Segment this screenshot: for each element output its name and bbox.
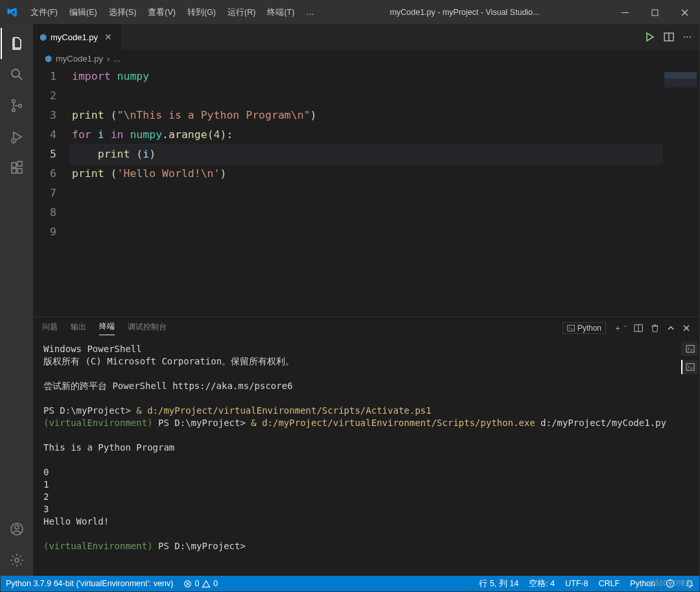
svg-rect-16 <box>567 326 574 331</box>
terminal-instance-2-icon[interactable] <box>681 360 698 374</box>
line-gutter: 123456789 <box>33 67 71 316</box>
split-terminal-icon[interactable] <box>634 324 643 333</box>
run-file-icon[interactable] <box>644 32 655 42</box>
status-spaces[interactable]: 空格: 4 <box>524 578 560 589</box>
breadcrumb[interactable]: ⬢ myCode1.py › ... <box>33 50 699 67</box>
svg-rect-1 <box>652 10 658 16</box>
extensions-icon[interactable] <box>1 152 33 184</box>
menu-edit[interactable]: 编辑(E) <box>64 1 102 24</box>
status-problems[interactable]: 0 0 <box>178 579 223 588</box>
menu-select[interactable]: 选择(S) <box>104 1 142 24</box>
python-file-icon: ⬢ <box>45 54 52 64</box>
account-icon[interactable] <box>1 514 33 545</box>
tab-close-icon[interactable]: ✕ <box>102 30 115 43</box>
svg-point-3 <box>12 100 16 103</box>
panel-tabs: 问题 输出 终端 调试控制台 Python ＋ˇ <box>33 317 699 339</box>
new-terminal-icon[interactable]: ＋ˇ <box>614 323 626 334</box>
svg-rect-0 <box>622 12 629 13</box>
search-icon[interactable] <box>1 59 33 90</box>
terminal-instance-1-icon[interactable] <box>681 342 698 356</box>
vscode-logo-icon <box>1 1 24 24</box>
svg-rect-10 <box>18 161 22 166</box>
svg-point-4 <box>12 109 16 112</box>
svg-point-13 <box>15 558 19 562</box>
bottom-panel: 问题 输出 终端 调试控制台 Python ＋ˇ <box>33 316 699 576</box>
settings-icon[interactable] <box>1 545 33 576</box>
terminal-interpreter-select[interactable]: Python <box>563 322 606 334</box>
status-lncol[interactable]: 行 5, 列 14 <box>474 578 524 589</box>
status-bar: Python 3.7.9 64-bit ('virtualEnvironment… <box>1 576 699 591</box>
tab-mycode1[interactable]: ⬢ myCode1.py ✕ <box>33 24 121 50</box>
menu-file[interactable]: 文件(F) <box>25 1 63 24</box>
svg-rect-19 <box>686 346 694 352</box>
kill-terminal-icon[interactable] <box>651 324 659 333</box>
menu-terminal[interactable]: 终端(T) <box>262 1 299 24</box>
titlebar: 文件(F) 编辑(E) 选择(S) 查看(V) 转到(G) 运行(R) 终端(T… <box>1 1 699 24</box>
breadcrumb-rest: ... <box>113 54 121 64</box>
svg-rect-20 <box>686 364 694 370</box>
split-editor-icon[interactable] <box>664 32 674 42</box>
menu-more[interactable]: … <box>301 1 320 24</box>
tab-bar: ⬢ myCode1.py ✕ ··· <box>33 24 699 50</box>
menu-run[interactable]: 运行(R) <box>222 1 261 24</box>
minimize-button[interactable] <box>610 1 640 24</box>
close-button[interactable] <box>670 1 699 24</box>
tab-label: myCode1.py <box>51 32 98 42</box>
status-eol[interactable]: CRLF <box>593 579 625 588</box>
watermark: @51CTO博客 <box>648 578 692 588</box>
panel-tab-problems[interactable]: 问题 <box>42 322 58 335</box>
svg-point-2 <box>12 69 19 77</box>
svg-rect-8 <box>12 169 16 173</box>
activity-bar <box>1 24 33 576</box>
scm-icon[interactable] <box>1 90 33 121</box>
panel-tab-output[interactable]: 输出 <box>71 322 86 335</box>
status-interpreter[interactable]: Python 3.7.9 64-bit ('virtualEnvironment… <box>1 579 178 588</box>
breadcrumb-file: myCode1.py <box>56 54 103 64</box>
debug-icon[interactable] <box>1 121 33 152</box>
explorer-icon[interactable] <box>1 28 33 59</box>
svg-rect-7 <box>12 163 16 167</box>
python-file-icon: ⬢ <box>40 32 47 42</box>
svg-rect-9 <box>18 169 22 173</box>
panel-tab-debug[interactable]: 调试控制台 <box>128 322 167 335</box>
menu-goto[interactable]: 转到(G) <box>182 1 221 24</box>
maximize-panel-icon[interactable] <box>667 324 675 332</box>
panel-tab-terminal[interactable]: 终端 <box>99 321 115 335</box>
more-actions-icon[interactable]: ··· <box>683 31 692 43</box>
terminal[interactable]: Windows PowerShell 版权所有 (C) Microsoft Co… <box>33 339 699 576</box>
close-panel-icon[interactable] <box>682 324 690 332</box>
status-encoding[interactable]: UTF-8 <box>560 579 593 588</box>
svg-point-12 <box>15 525 19 529</box>
svg-point-5 <box>19 104 22 108</box>
minimap[interactable] <box>662 67 699 316</box>
vscode-window: 文件(F) 编辑(E) 选择(S) 查看(V) 转到(G) 运行(R) 终端(T… <box>0 0 700 592</box>
code-editor[interactable]: 123456789 import numpy print ("\nThis is… <box>33 67 699 316</box>
breadcrumb-sep: › <box>107 54 110 64</box>
maximize-button[interactable] <box>640 1 670 24</box>
window-title: myCode1.py - myProject - Visual Studio..… <box>321 8 609 17</box>
code-area[interactable]: import numpy print ("\nThis is a Python … <box>71 67 662 316</box>
menu-view[interactable]: 查看(V) <box>143 1 181 24</box>
